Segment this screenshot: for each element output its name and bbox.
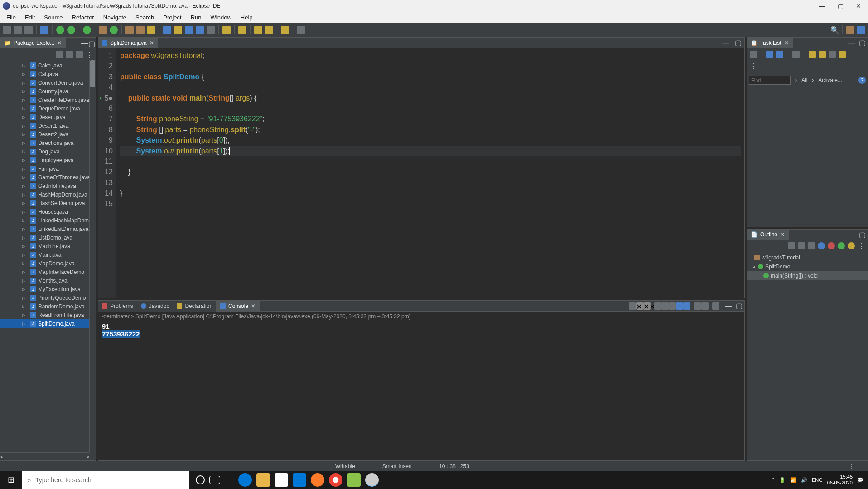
- outline-class[interactable]: ◢ SplitDemo: [747, 262, 868, 271]
- minimize-view-icon[interactable]: —: [723, 302, 734, 310]
- windows-search-box[interactable]: ⌕ Type here to search: [22, 471, 189, 489]
- menu-search[interactable]: Search: [131, 13, 159, 22]
- prev-annot-icon[interactable]: [238, 26, 246, 34]
- explorer-file-item[interactable]: PriorityQueueDemo: [0, 293, 96, 302]
- start-button[interactable]: ⊞: [0, 471, 22, 489]
- menu-file[interactable]: File: [2, 13, 20, 22]
- explorer-file-item[interactable]: Fan.java: [0, 164, 96, 173]
- open-type-icon[interactable]: [125, 26, 134, 34]
- close-icon[interactable]: ✕: [780, 231, 785, 238]
- camtasia-icon[interactable]: [347, 473, 361, 487]
- maximize-view-icon[interactable]: ▢: [734, 302, 744, 310]
- run-last-icon[interactable]: [83, 26, 91, 34]
- filter-icon[interactable]: [76, 51, 83, 58]
- explorer-file-item[interactable]: Main.java: [0, 250, 96, 259]
- close-button[interactable]: ✕: [854, 1, 863, 11]
- word-wrap-icon[interactable]: [683, 302, 690, 310]
- help-icon[interactable]: ?: [858, 77, 866, 84]
- explorer-file-item[interactable]: ListDemo.java: [0, 233, 96, 242]
- explorer-file-item[interactable]: GameOfThrones.java: [0, 173, 96, 182]
- minimize-view-icon[interactable]: —: [719, 39, 732, 47]
- file-explorer-icon[interactable]: [256, 473, 270, 487]
- scroll-lock-icon[interactable]: [676, 302, 683, 310]
- display-console-icon[interactable]: [701, 302, 709, 310]
- maximize-view-icon[interactable]: ▢: [857, 230, 868, 239]
- console-output[interactable]: <terminated> SplitDemo [Java Application…: [98, 312, 744, 460]
- explorer-scrollbar-h[interactable]: <>: [0, 452, 89, 460]
- task-activate-link[interactable]: Activate...: [818, 77, 842, 83]
- save-icon[interactable]: [14, 26, 22, 34]
- menu-navigate[interactable]: Navigate: [99, 13, 131, 22]
- explorer-file-item[interactable]: Desert2.java: [0, 130, 96, 139]
- persp-icon[interactable]: [297, 26, 305, 34]
- task-btn-6[interactable]: [829, 51, 836, 58]
- task-find-input[interactable]: [749, 76, 791, 85]
- new-class-icon[interactable]: [110, 26, 118, 34]
- task-view-icon[interactable]: [209, 476, 220, 484]
- save-all-icon[interactable]: [24, 26, 33, 34]
- view-menu-icon[interactable]: ⋮: [858, 242, 865, 250]
- hide-static-icon[interactable]: [828, 242, 835, 249]
- task-list-tab[interactable]: 📋 Task List ✕: [747, 38, 793, 48]
- debug-perspective-icon[interactable]: [857, 26, 865, 34]
- menu-help[interactable]: Help: [236, 13, 257, 22]
- new-icon[interactable]: [3, 26, 11, 34]
- maximize-view-icon[interactable]: ▢: [857, 38, 868, 47]
- outline-tab[interactable]: 📄 Outline ✕: [747, 229, 789, 240]
- close-icon[interactable]: ✕: [251, 303, 256, 309]
- explorer-file-item[interactable]: Desert1.java: [0, 121, 96, 130]
- edge-icon[interactable]: [238, 473, 252, 487]
- menu-run[interactable]: Run: [186, 13, 206, 22]
- explorer-file-item[interactable]: RandomDemo.java: [0, 302, 96, 311]
- notification-icon[interactable]: 💬: [857, 477, 863, 483]
- explorer-file-item[interactable]: SplitDemo.java: [0, 319, 96, 328]
- back-icon[interactable]: [254, 26, 262, 34]
- explorer-file-item[interactable]: LinkedListDemo.java: [0, 225, 96, 233]
- explorer-file-item[interactable]: CreateFileDemo.java: [0, 96, 96, 104]
- minimize-button[interactable]: —: [817, 1, 827, 11]
- console-btn-1[interactable]: [629, 302, 636, 310]
- back-hist-icon[interactable]: [265, 26, 273, 34]
- forward-icon[interactable]: [281, 26, 289, 34]
- outline-btn-1[interactable]: [788, 242, 795, 249]
- tray-chevron-icon[interactable]: ˄: [772, 477, 775, 483]
- explorer-file-item[interactable]: Country.java: [0, 87, 96, 96]
- task-all-link[interactable]: All: [801, 77, 807, 83]
- problems-tab[interactable]: Problems: [98, 301, 137, 312]
- hide-local-icon[interactable]: [848, 242, 855, 249]
- hide-nonpublic-icon[interactable]: [838, 242, 845, 249]
- explorer-file-item[interactable]: Employee.java: [0, 156, 96, 164]
- explorer-file-item[interactable]: HashMapDemo.java: [0, 190, 96, 199]
- collapse-all-icon[interactable]: [56, 51, 63, 58]
- status-menu-icon[interactable]: ⋮: [835, 463, 868, 470]
- close-icon[interactable]: ✕: [149, 40, 154, 46]
- task-menu-icon[interactable]: ⋮: [750, 62, 757, 70]
- battery-icon[interactable]: 🔋: [779, 477, 786, 483]
- explorer-scrollbar-v[interactable]: [89, 60, 96, 452]
- close-icon[interactable]: ✕: [57, 40, 62, 46]
- task-btn-3[interactable]: [792, 51, 800, 58]
- explorer-file-item[interactable]: Directions.java: [0, 139, 96, 147]
- store-icon[interactable]: [275, 473, 288, 487]
- explorer-file-item[interactable]: Months.java: [0, 276, 96, 285]
- debug-icon[interactable]: [40, 26, 48, 34]
- console-btn-4[interactable]: [669, 302, 676, 310]
- minimize-view-icon[interactable]: —: [81, 39, 88, 47]
- task-btn-1[interactable]: [766, 51, 773, 58]
- view-menu-icon[interactable]: ⋮: [86, 51, 93, 58]
- explorer-file-item[interactable]: Desert.java: [0, 113, 96, 121]
- explorer-file-item[interactable]: DequeDemo.java: [0, 104, 96, 113]
- sort-icon[interactable]: [808, 242, 815, 249]
- firefox-icon[interactable]: [311, 473, 324, 487]
- editor-tab[interactable]: SplitDemo.java ✕: [98, 38, 158, 48]
- task-btn-4[interactable]: [809, 51, 816, 58]
- declaration-tab[interactable]: Declaration: [173, 301, 217, 312]
- open-console-icon[interactable]: [712, 302, 719, 310]
- menu-edit[interactable]: Edit: [20, 13, 39, 22]
- outline-package[interactable]: w3gradsTutorial: [747, 253, 868, 262]
- pin-console-icon[interactable]: [694, 302, 701, 310]
- quick-access-icon[interactable]: 🔍: [830, 26, 839, 34]
- mail-icon[interactable]: [293, 473, 306, 487]
- cortana-icon[interactable]: [196, 475, 205, 484]
- explorer-file-item[interactable]: GetInfoFile.java: [0, 182, 96, 190]
